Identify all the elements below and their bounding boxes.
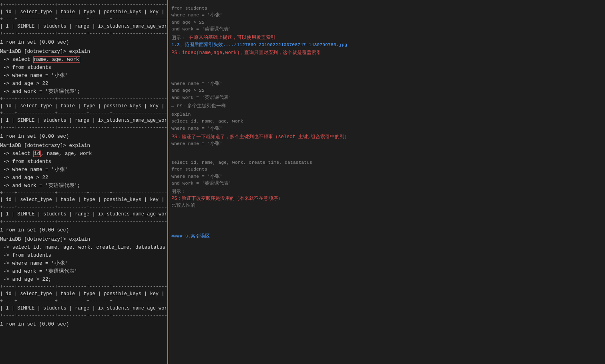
mariadb-prompt-1: MariaDB [dotnetcrazy]> explain (0, 48, 167, 56)
query-line-3-5: -> and age > 22; (0, 276, 167, 284)
query-line-1-5: -> and work = '英语课代表'; (0, 88, 167, 96)
table-header-1: | id | select_type | table | type | poss… (0, 8, 167, 16)
table-data-row-4: | 1 | SIMPLE | students | range | ix_stu… (0, 305, 167, 312)
right-note-1: PS：index(name,age,work)，查询只查对应列，这个就是覆盖索引 (171, 49, 602, 56)
table-border-bot-2: +----+-------------+----------+-------+-… (0, 125, 167, 131)
right-note-2: PS：验证了一下就知道了，多个主键列也不碍事（select 主键,组合索引中的列… (171, 133, 602, 140)
right-code-1: from students (171, 5, 602, 12)
right-annotation-panel: from students where name = '小张' and age … (168, 0, 605, 364)
row-in-set-2: 1 row in set (0.00 sec) (0, 131, 167, 142)
right-ps-multi: — PS：多个主键列也一样 (171, 103, 602, 109)
right-code-3: and age > 22 (171, 19, 602, 26)
table-border-bot-4: +----+-------------+----------+-------+-… (0, 312, 167, 319)
section3-table: +----+-------------+----------+-------+-… (0, 190, 167, 225)
mariadb-prompt-2: MariaDB [dotnetcrazy]> explain (0, 142, 167, 150)
table-border-mid-1: +----+-------------+----------+-------+-… (0, 16, 167, 23)
right-code-s2-1: where name = '小张' (171, 80, 602, 87)
row-in-set-1: 1 row in set (0.00 sec) (0, 37, 167, 48)
row-in-set-3: 1 row in set (0.00 sec) (0, 225, 167, 235)
query-line-3-3: -> where name = '小张' (0, 259, 167, 267)
query-line-3-2: -> from students (0, 251, 167, 259)
query-line-2-4: -> and age > 22 (0, 174, 167, 182)
mariadb-prompt-3: MariaDB [dotnetcrazy]> explain (0, 235, 167, 243)
table-border-top-2: +----+-------------+----------+-------+-… (0, 96, 167, 103)
table-border-top-1: +----+-------------+----------+-------+-… (0, 2, 167, 8)
query-line-2-3: -> where name = '小张' (0, 166, 167, 174)
query-line-1-1: -> select name, age, work (0, 56, 167, 64)
section1-table: +----+-------------+----------+-------+-… (0, 2, 167, 37)
table-data-row-2: | 1 | SIMPLE | students | range | ix_stu… (0, 117, 167, 125)
right-explain-label: explain (171, 111, 602, 118)
right-explain-code-1: select id, name, age, work (171, 118, 602, 125)
right-link-1: 1.3、范围后面索引失效..../1127869-201902221007087… (171, 42, 602, 48)
table-data-row-3: | 1 | SIMPLE | students | range | ix_stu… (0, 211, 167, 218)
table-border-mid-4: +----+-------------+----------+-------+-… (0, 298, 167, 305)
left-terminal-panel: +----+-------------+----------+-------+-… (0, 0, 168, 364)
right-code-s3-4: and work = '英语课代表' (171, 180, 602, 187)
table-header-3: | id | select_type | table | type | poss… (0, 196, 167, 204)
table-border-bot-1: +----+-------------+----------+-------+-… (0, 30, 167, 37)
table-border-top-3: +----+-------------+----------+-------+-… (0, 190, 167, 197)
right-explain-code-2: where name = '小张' (171, 125, 602, 132)
table-border-mid-2: +----+-------------+----------+-------+-… (0, 110, 167, 117)
table-border-mid-3: +----+-------------+----------+-------+-… (0, 204, 167, 211)
query-line-1-2: -> from students (0, 64, 167, 72)
query-line-3-4: -> and work = '英语课代表' (0, 267, 167, 276)
section4-table: +----+-------------+----------+-------+-… (0, 284, 167, 319)
right-code-s3-3: where name = '小张' (171, 173, 602, 180)
table-header-2: | id | select_type | table | type | poss… (0, 103, 167, 110)
table-header-4: | id | select_type | table | type | poss… (0, 290, 167, 298)
table-data-row-1: | 1 | SIMPLE | students | range | ix_stu… (0, 23, 167, 30)
query-line-2-2: -> from students (0, 158, 167, 166)
query-line-1-3: -> where name = '小张' (0, 72, 167, 80)
right-code-s3-2: from students (171, 166, 602, 173)
right-show-label-3: 图示： (171, 188, 602, 195)
row-in-set-4: 1 row in set (0.00 sec) (0, 319, 167, 330)
main-container: +----+-------------+----------+-------+-… (0, 0, 605, 364)
select-highlight-2: id (33, 151, 41, 157)
right-code-s2-3: and work = '英语课代表' (171, 94, 602, 101)
right-code-s3-1: select id, name, age, work, create_time,… (171, 159, 602, 166)
select-highlight-1: name, age, work (33, 56, 80, 63)
query-line-1-4: -> and age > 22 (0, 80, 167, 88)
right-note-3: PS：验证下改变顺序是没用的（本来就不在意顺序） (171, 195, 602, 202)
table-border-top-4: +----+-------------+----------+-------+-… (0, 284, 167, 290)
right-note-3b: 比较人性的 (171, 202, 602, 209)
query-line-2-1: -> select id, name, age, work (0, 150, 167, 158)
section2-table: +----+-------------+----------+-------+-… (0, 96, 167, 131)
right-code-2: where name = '小张' (171, 12, 602, 18)
right-where-code: where name = '小张' (171, 140, 602, 147)
query-line-3-1: -> select id, name, age, work, create_ti… (0, 243, 167, 251)
right-section-title: #### 3.索引误区 (171, 233, 602, 239)
right-comment-1: 在原来的基础上提速，可以使用覆盖索引 (189, 34, 275, 42)
right-code-s2-2: and age > 22 (171, 87, 602, 94)
right-code-4: and work = '英语课代表' (171, 26, 602, 32)
right-label-show-1: 图示： (171, 34, 186, 41)
table-border-bot-3: +----+-------------+----------+-------+-… (0, 219, 167, 225)
query-line-2-5: -> and work = '英语课代表'; (0, 182, 167, 190)
